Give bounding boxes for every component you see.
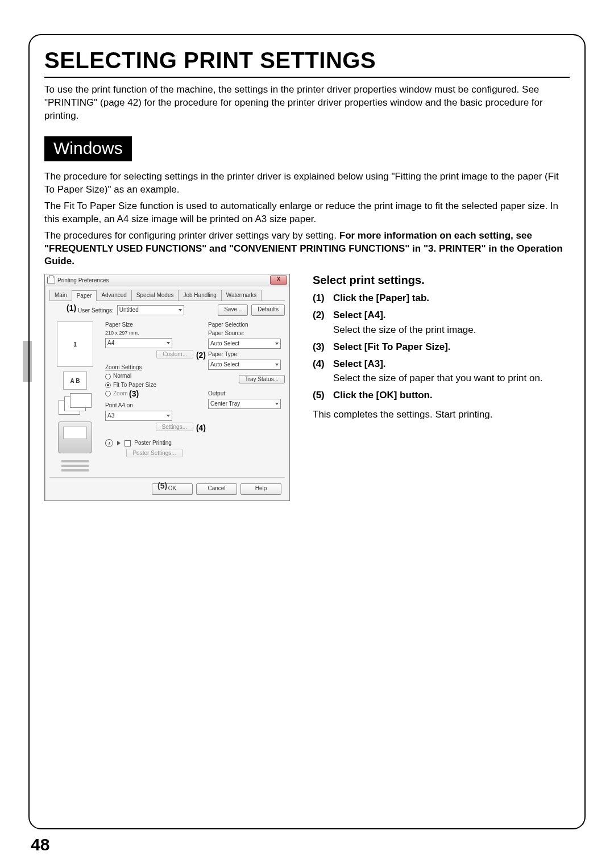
instruction-step: (1) Click the [Paper] tab. (313, 291, 570, 305)
chevron-down-icon (167, 342, 170, 344)
dialog-tabs: Main Paper Advanced Special Modes Job Ha… (49, 290, 285, 301)
paper-size-combo[interactable]: A4 (105, 338, 172, 348)
preview-page-number: 1 (73, 341, 77, 348)
user-settings-combo[interactable]: Untitled (117, 305, 184, 315)
paper-type-combo[interactable]: Auto Select (208, 360, 281, 370)
user-settings-value: Untitled (119, 306, 139, 314)
zoom-zoom-label: Zoom (113, 390, 128, 397)
callout-1: (1) (67, 303, 76, 312)
paper-selection-label: Paper Selection (208, 322, 285, 328)
callout-3: (3) (129, 389, 139, 398)
instruction-step: (4) Select [A3]. Select the size of pape… (313, 357, 570, 386)
manual-page: SELECTING PRINT SETTINGS To use the prin… (0, 0, 614, 868)
preview-device-icon (58, 422, 92, 453)
zoom-settings-label: Zoom Settings (105, 364, 204, 370)
callout-4: (4) (196, 423, 206, 432)
intro-paragraph: To use the print function of the machine… (44, 84, 570, 123)
step-title: Select [A4]. (333, 310, 386, 320)
output-label: Output: (208, 390, 285, 397)
poster-settings-button[interactable]: Poster Settings... (126, 449, 182, 457)
user-settings-label: User Settings: (78, 307, 114, 314)
zoom-fit-option[interactable]: Fit To Paper Size (105, 382, 204, 388)
windows-paragraph-1: The procedure for selecting settings in … (44, 170, 570, 197)
windows-paragraph-3: The procedures for configuring printer d… (44, 229, 570, 269)
printer-icon (47, 277, 55, 283)
chevron-down-icon (275, 343, 279, 345)
chevron-down-icon (179, 309, 182, 311)
info-arrow-icon (117, 441, 121, 445)
tab-advanced[interactable]: Advanced (96, 290, 131, 301)
output-value: Center Tray (210, 400, 240, 408)
step-number: (1) (313, 291, 325, 305)
step-description: Select the size of paper that you want t… (333, 372, 570, 385)
zoom-normal-option[interactable]: Normal (105, 373, 204, 379)
tab-job-handling[interactable]: Job Handling (178, 290, 221, 301)
instructions-list: (1) Click the [Paper] tab. (2) Select [A… (313, 291, 570, 402)
step-title: Select [Fit To Paper Size]. (333, 341, 451, 352)
custom-button[interactable]: Custom... (156, 350, 193, 358)
step-title: Click the [Paper] tab. (333, 293, 429, 303)
paper-type-value: Auto Select (210, 361, 239, 369)
paper-source-label: Paper Source: (208, 330, 285, 336)
chevron-down-icon (275, 403, 279, 405)
dialog-titlebar: Printing Preferences X (45, 274, 289, 286)
poster-printing-label: Poster Printing (134, 440, 172, 446)
preview-lines-icon (61, 460, 89, 471)
defaults-button[interactable]: Defaults (251, 304, 285, 316)
output-combo[interactable]: Center Tray (208, 399, 281, 409)
instructions-heading: Select print settings. (313, 274, 570, 287)
paper-type-label: Paper Type: (208, 351, 285, 357)
preview-page-icon: 1 (57, 322, 93, 367)
cancel-button[interactable]: Cancel (196, 483, 237, 495)
tab-special-modes[interactable]: Special Modes (131, 290, 179, 301)
instruction-step: (3) Select [Fit To Paper Size]. (313, 340, 570, 354)
instruction-step: (5) Click the [OK] button. (313, 389, 570, 402)
chevron-down-icon (275, 364, 279, 366)
zoom-zoom-option[interactable]: Zoom (3) (105, 390, 204, 397)
poster-printing-checkbox[interactable] (125, 440, 131, 446)
chevron-down-icon (167, 415, 170, 417)
tab-watermarks[interactable]: Watermarks (221, 290, 262, 301)
zoom-settings-button[interactable]: Settings... (156, 423, 193, 431)
preview-pane: 1 A B (49, 322, 101, 471)
content-frame: SELECTING PRINT SETTINGS To use the prin… (28, 34, 586, 829)
preview-ab-text: A B (70, 378, 80, 384)
print-on-label: Print A4 on (105, 402, 204, 408)
windows-paragraph-3-plain: The procedures for configuring printer d… (44, 230, 339, 241)
poster-printing-option[interactable]: i Poster Printing (105, 439, 204, 447)
tab-paper[interactable]: Paper (72, 290, 97, 301)
tray-status-button[interactable]: Tray Status... (239, 375, 285, 383)
save-button[interactable]: Save... (218, 304, 248, 316)
paper-source-combo[interactable]: Auto Select (208, 339, 281, 349)
info-icon: i (105, 439, 113, 447)
dialog-title-text: Printing Preferences (57, 277, 109, 283)
paper-size-label: Paper Size (105, 322, 204, 328)
step-title: Click the [OK] button. (333, 390, 433, 400)
step-title: Select [A3]. (333, 358, 386, 369)
close-icon[interactable]: X (270, 276, 287, 285)
preview-ab-icon: A B (63, 372, 87, 390)
zoom-normal-label: Normal (113, 373, 131, 379)
paper-source-value: Auto Select (210, 340, 239, 348)
print-on-value: A3 (107, 412, 114, 420)
help-button[interactable]: Help (240, 483, 281, 495)
step-number: (3) (313, 340, 325, 354)
step-number: (5) (313, 389, 325, 402)
tab-main[interactable]: Main (49, 290, 72, 301)
section-heading-windows: Windows (44, 136, 132, 161)
paper-size-value: A4 (107, 339, 114, 347)
step-description: Select the size of the print image. (333, 323, 570, 337)
step-number: (2) (313, 308, 325, 322)
instructions-closing: This completes the settings. Start print… (313, 409, 570, 420)
instruction-step: (2) Select [A4]. Select the size of the … (313, 308, 570, 337)
page-title: SELECTING PRINT SETTINGS (44, 48, 570, 78)
print-on-combo[interactable]: A3 (105, 411, 172, 421)
preview-stack-icon (59, 394, 92, 417)
callout-2: (2) (196, 350, 206, 360)
windows-paragraph-2: The Fit To Paper Size function is used t… (44, 200, 570, 226)
zoom-fit-label: Fit To Paper Size (113, 382, 156, 388)
step-number: (4) (313, 357, 325, 371)
paper-size-dimension: 210 x 297 mm. (105, 330, 204, 336)
print-preferences-dialog: Printing Preferences X Main Paper Advanc… (44, 274, 290, 501)
page-number: 48 (31, 835, 49, 854)
